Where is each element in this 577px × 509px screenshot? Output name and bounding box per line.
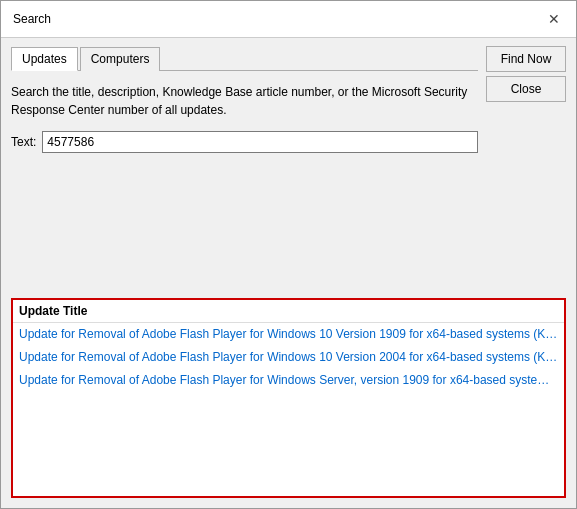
result-item[interactable]: Update for Removal of Adobe Flash Player…	[13, 323, 564, 346]
results-section: Update Title Update for Removal of Adobe…	[11, 298, 566, 498]
title-bar: Search ✕	[1, 1, 576, 38]
dialog-title: Search	[13, 12, 51, 26]
results-header: Update Title	[13, 300, 564, 323]
tab-updates[interactable]: Updates	[11, 47, 78, 71]
result-item[interactable]: Update for Removal of Adobe Flash Player…	[13, 369, 564, 392]
close-icon[interactable]: ✕	[544, 9, 564, 29]
left-panel: Updates Computers Search the title, desc…	[11, 46, 478, 284]
search-dialog: Search ✕ Updates Computers Search the ti…	[0, 0, 577, 509]
text-label: Text:	[11, 135, 36, 149]
find-now-button[interactable]: Find Now	[486, 46, 566, 72]
description-text: Search the title, description, Knowledge…	[11, 81, 478, 121]
text-row: Text:	[11, 131, 478, 153]
right-panel: Find Now Close	[486, 46, 566, 284]
tab-computers[interactable]: Computers	[80, 47, 161, 71]
dialog-body: Updates Computers Search the title, desc…	[1, 38, 576, 292]
close-button[interactable]: Close	[486, 76, 566, 102]
result-item[interactable]: Update for Removal of Adobe Flash Player…	[13, 346, 564, 369]
search-input[interactable]	[42, 131, 478, 153]
tab-bar: Updates Computers	[11, 46, 478, 71]
